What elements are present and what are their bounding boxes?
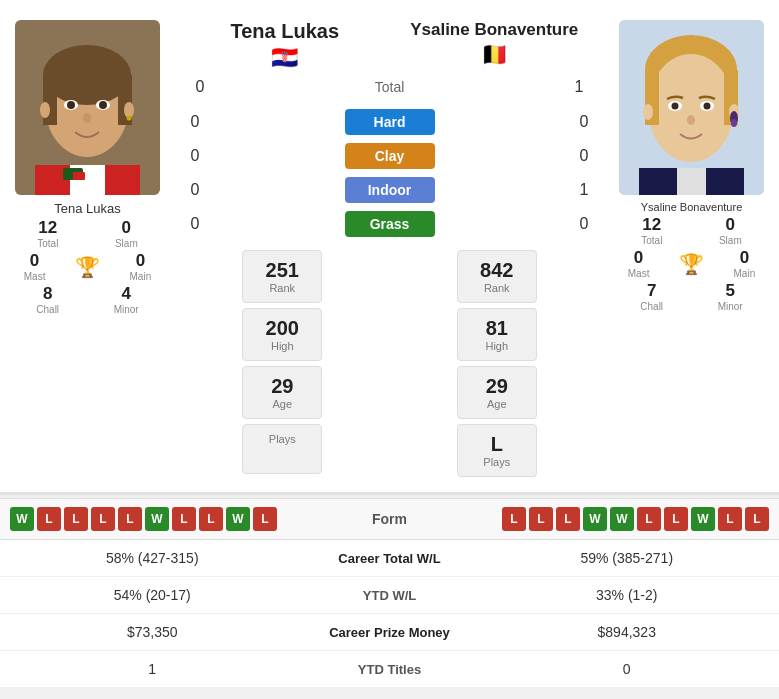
right-name-main: Ysaline Bonaventure [410,20,578,40]
right-rank-val: 842 [463,259,531,282]
hard-badge: Hard [345,109,435,135]
left-slam-lbl: Slam [115,238,138,249]
right-player-name: Ysaline Bonaventure [641,201,743,213]
right-name-block: Ysaline Bonaventure 🇧🇪 [390,20,600,70]
left-form-badges: WLLLLWLLWL [10,507,277,531]
right-form-badge-7: W [691,507,715,531]
clay-left: 0 [185,147,205,165]
right-rank-box: 842 Rank [457,250,537,303]
right-minor-lbl: Minor [718,301,743,312]
left-slam-val: 0 [115,218,138,238]
left-main-lbl: Main [130,271,152,282]
left-form-badge-6: L [172,507,196,531]
hard-right: 0 [574,113,594,131]
right-chall-val: 7 [640,281,663,301]
left-rank-lbl: Rank [248,282,316,294]
right-age-lbl: Age [463,398,531,410]
left-high-val: 200 [248,317,316,340]
grass-right: 0 [574,215,594,233]
middle-section: Tena Lukas 🇭🇷 Ysaline Bonaventure 🇧🇪 0 T… [175,10,604,482]
right-rank-lbl: Rank [463,282,531,294]
right-form-badge-0: L [502,507,526,531]
svg-point-25 [704,103,711,110]
left-form-badge-3: L [91,507,115,531]
left-total-lbl: Total [37,238,58,249]
indoor-right: 1 [574,181,594,199]
left-plays-lbl: Plays [248,433,316,445]
left-trophy-icon: 🏆 [75,255,100,279]
right-age-box: 29 Age [457,366,537,419]
stats-center-2: Career Prize Money [290,625,490,640]
left-mast-lbl: Mast [24,271,46,282]
right-main-val: 0 [734,248,756,268]
left-minor-val: 4 [114,284,139,304]
clay-badge: Clay [345,143,435,169]
form-section: WLLLLWLLWL Form LLLWWLLWLL [0,498,779,540]
left-high-box: 200 High [242,308,322,361]
svg-point-14 [40,102,50,118]
right-form-badge-8: L [718,507,742,531]
right-total-lbl: Total [641,235,662,246]
right-form-badge-3: W [583,507,607,531]
left-stat-boxes: 251 Rank 200 High 29 Age Plays [242,250,322,477]
indoor-badge: Indoor [345,177,435,203]
svg-point-26 [687,115,695,125]
indoor-row: 0 Indoor 1 [175,173,604,207]
main-container: Tena Lukas 12 Total 0 Slam 0 Mast [0,0,779,688]
svg-point-19 [648,54,734,162]
left-form-badge-5: W [145,507,169,531]
right-chall-lbl: Chall [640,301,663,312]
total-right-score: 1 [569,78,589,96]
stats-left-0: 58% (427-315) [15,550,290,566]
right-player-block: Ysaline Bonaventure 12 Total 0 Slam 0 M [604,10,779,482]
stats-right-3: 0 [490,661,765,677]
right-flag: 🇧🇪 [481,42,508,68]
clay-row: 0 Clay 0 [175,139,604,173]
grass-row: 0 Grass 0 [175,207,604,241]
left-rank-box: 251 Rank [242,250,322,303]
left-rank-val: 251 [248,259,316,282]
right-form-badge-9: L [745,507,769,531]
left-total-val: 12 [37,218,58,238]
left-form-badge-8: W [226,507,250,531]
right-form-badge-5: L [637,507,661,531]
right-main-lbl: Main [734,268,756,279]
left-minor-lbl: Minor [114,304,139,315]
svg-point-9 [83,113,91,123]
svg-point-8 [99,101,107,109]
svg-point-6 [67,101,75,109]
player-comparison: Tena Lukas 12 Total 0 Slam 0 Mast [0,0,779,495]
clay-right: 0 [574,147,594,165]
right-form-badge-1: L [529,507,553,531]
bottom-stat-boxes: 251 Rank 200 High 29 Age Plays [175,245,604,482]
svg-point-32 [731,119,737,127]
right-form-badge-6: L [664,507,688,531]
right-player-photo [619,20,764,195]
hard-left: 0 [185,113,205,131]
right-slam-val: 0 [719,215,742,235]
stats-center-3: YTD Titles [290,662,490,677]
left-chall-lbl: Chall [36,304,59,315]
right-high-lbl: High [463,340,531,352]
right-high-box: 81 High [457,308,537,361]
total-label: Total [375,79,405,95]
left-form-badge-1: L [37,507,61,531]
left-player-name: Tena Lukas [54,201,121,216]
stats-right-1: 33% (1-2) [490,587,765,603]
left-name-main: Tena Lukas [230,20,339,43]
stats-left-2: $73,350 [15,624,290,640]
stats-row-1: 54% (20-17)YTD W/L33% (1-2) [0,577,779,614]
stats-row-3: 1YTD Titles0 [0,651,779,688]
right-mast-val: 0 [628,248,650,268]
left-form-badge-2: L [64,507,88,531]
right-slam-lbl: Slam [719,235,742,246]
left-form-badge-4: L [118,507,142,531]
right-trophy-icon: 🏆 [679,252,704,276]
left-player-block: Tena Lukas 12 Total 0 Slam 0 Mast [0,10,175,482]
right-minor-val: 5 [718,281,743,301]
left-mast-val: 0 [24,251,46,271]
stats-center-0: Career Total W/L [290,551,490,566]
svg-rect-28 [677,168,706,195]
right-age-val: 29 [463,375,531,398]
stats-row-2: $73,350Career Prize Money$894,323 [0,614,779,651]
